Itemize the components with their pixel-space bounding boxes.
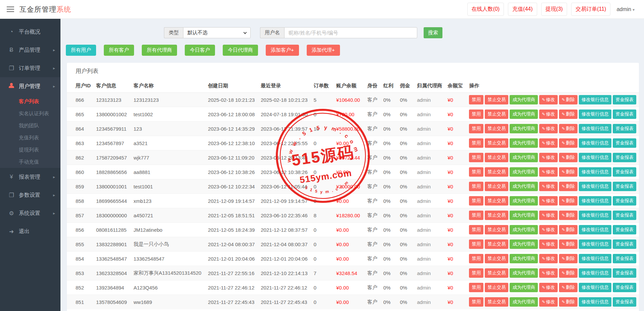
sidebar-item-recharge-list[interactable]: 充值列表	[0, 132, 60, 144]
edit-button[interactable]: ✎修改	[539, 167, 558, 177]
disable-button[interactable]: 禁用	[469, 153, 483, 162]
fund-report-button[interactable]: 资金报表	[613, 268, 636, 278]
disable-button[interactable]: 禁用	[469, 297, 483, 307]
disable-button[interactable]: 禁用	[469, 109, 483, 119]
edit-button[interactable]: ✎修改	[539, 283, 558, 292]
sidebar-item-logout[interactable]: ➜退出	[0, 222, 60, 240]
make-agent-button[interactable]: 成为代理商	[510, 124, 538, 133]
delete-button[interactable]: ✎删除	[559, 138, 577, 148]
delete-button[interactable]: ✎删除	[559, 153, 577, 162]
edit-button[interactable]: ✎修改	[539, 239, 558, 249]
all-users-button[interactable]: 所有用户	[66, 45, 96, 56]
fund-report-button[interactable]: 资金报表	[613, 225, 636, 234]
fund-report-button[interactable]: 资金报表	[613, 109, 636, 119]
edit-bank-button[interactable]: 修改银行信息	[579, 95, 611, 104]
forbid-trade-button[interactable]: 禁止交易	[485, 109, 508, 119]
edit-bank-button[interactable]: 修改银行信息	[579, 138, 611, 148]
forbid-trade-button[interactable]: 禁止交易	[485, 95, 508, 104]
fund-report-button[interactable]: 资金报表	[613, 95, 636, 104]
forbid-trade-button[interactable]: 禁止交易	[485, 297, 508, 307]
forbid-trade-button[interactable]: 禁止交易	[485, 138, 508, 148]
edit-bank-button[interactable]: 修改银行信息	[579, 109, 611, 119]
today-agents-button[interactable]: 今日代理商	[223, 45, 258, 56]
make-agent-button[interactable]: 成为代理商	[510, 254, 538, 263]
edit-bank-button[interactable]: 修改银行信息	[579, 254, 611, 263]
fund-report-button[interactable]: 资金报表	[613, 153, 636, 162]
disable-button[interactable]: 禁用	[469, 182, 483, 191]
forbid-trade-button[interactable]: 禁止交易	[485, 167, 508, 177]
fund-report-button[interactable]: 资金报表	[613, 283, 636, 292]
fund-report-button[interactable]: 资金报表	[613, 297, 636, 307]
delete-button[interactable]: ✎删除	[559, 124, 577, 133]
forbid-trade-button[interactable]: 禁止交易	[485, 153, 508, 162]
delete-button[interactable]: ✎删除	[559, 268, 577, 278]
forbid-trade-button[interactable]: 禁止交易	[485, 211, 508, 220]
edit-bank-button[interactable]: 修改银行信息	[579, 124, 611, 133]
delete-button[interactable]: ✎删除	[559, 254, 577, 263]
edit-button[interactable]: ✎修改	[539, 153, 558, 162]
username-input[interactable]	[284, 27, 417, 38]
edit-button[interactable]: ✎修改	[539, 225, 558, 234]
edit-bank-button[interactable]: 修改银行信息	[579, 268, 611, 278]
edit-button[interactable]: ✎修改	[539, 268, 558, 278]
edit-button[interactable]: ✎修改	[539, 138, 558, 148]
make-agent-button[interactable]: 成为代理商	[510, 167, 538, 177]
sidebar-item-reports[interactable]: ¥报表管理▸	[0, 168, 60, 186]
fund-report-button[interactable]: 资金报表	[613, 182, 636, 191]
sidebar-item-overview[interactable]: ◔平台概况	[0, 23, 60, 41]
disable-button[interactable]: 禁用	[469, 196, 483, 206]
make-agent-button[interactable]: 成为代理商	[510, 283, 538, 292]
type-select[interactable]: 默认不选	[183, 27, 251, 38]
header-link-online-users[interactable]: 在线人数(0)	[467, 3, 504, 16]
disable-button[interactable]: 禁用	[469, 211, 483, 220]
fund-report-button[interactable]: 资金报表	[613, 124, 636, 133]
make-agent-button[interactable]: 成为代理商	[510, 138, 538, 148]
delete-button[interactable]: ✎删除	[559, 211, 577, 220]
sidebar-item-realname-list[interactable]: 实名认证列表	[0, 107, 60, 120]
fund-report-button[interactable]: 资金报表	[613, 196, 636, 206]
edit-button[interactable]: ✎修改	[539, 297, 558, 307]
header-link-recharge[interactable]: 充值(44)	[508, 3, 537, 16]
disable-button[interactable]: 禁用	[469, 254, 483, 263]
edit-button[interactable]: ✎修改	[539, 211, 558, 220]
sidebar-item-users[interactable]: 用户管理▸	[0, 77, 60, 95]
disable-button[interactable]: 禁用	[469, 138, 483, 148]
edit-button[interactable]: ✎修改	[539, 95, 558, 104]
delete-button[interactable]: ✎删除	[559, 225, 577, 234]
header-link-withdraw[interactable]: 提现(3)	[541, 3, 567, 16]
make-agent-button[interactable]: 成为代理商	[510, 153, 538, 162]
sidebar-item-system[interactable]: ⚙系统设置▸	[0, 204, 60, 222]
edit-bank-button[interactable]: 修改银行信息	[579, 182, 611, 191]
disable-button[interactable]: 禁用	[469, 95, 483, 104]
edit-bank-button[interactable]: 修改银行信息	[579, 225, 611, 234]
make-agent-button[interactable]: 成为代理商	[510, 196, 538, 206]
edit-button[interactable]: ✎修改	[539, 124, 558, 133]
sidebar-item-orders[interactable]: ❐订单管理▸	[0, 59, 60, 77]
fund-report-button[interactable]: 资金报表	[613, 254, 636, 263]
disable-button[interactable]: 禁用	[469, 124, 483, 133]
delete-button[interactable]: ✎删除	[559, 283, 577, 292]
sidebar-item-withdraw-list[interactable]: 提现列表	[0, 144, 60, 156]
edit-bank-button[interactable]: 修改银行信息	[579, 239, 611, 249]
make-agent-button[interactable]: 成为代理商	[510, 211, 538, 220]
delete-button[interactable]: ✎删除	[559, 182, 577, 191]
forbid-trade-button[interactable]: 禁止交易	[485, 268, 508, 278]
fund-report-button[interactable]: 资金报表	[613, 167, 636, 177]
edit-button[interactable]: ✎修改	[539, 254, 558, 263]
disable-button[interactable]: 禁用	[469, 167, 483, 177]
fund-report-button[interactable]: 资金报表	[613, 211, 636, 220]
forbid-trade-button[interactable]: 禁止交易	[485, 124, 508, 133]
delete-button[interactable]: ✎删除	[559, 167, 577, 177]
edit-bank-button[interactable]: 修改银行信息	[579, 167, 611, 177]
edit-bank-button[interactable]: 修改银行信息	[579, 196, 611, 206]
add-agent-button[interactable]: 添加代理+	[307, 45, 340, 56]
forbid-trade-button[interactable]: 禁止交易	[485, 254, 508, 263]
make-agent-button[interactable]: 成为代理商	[510, 297, 538, 307]
edit-button[interactable]: ✎修改	[539, 182, 558, 191]
edit-bank-button[interactable]: 修改银行信息	[579, 297, 611, 307]
forbid-trade-button[interactable]: 禁止交易	[485, 225, 508, 234]
sidebar-item-my-team[interactable]: 我的团队	[0, 120, 60, 132]
forbid-trade-button[interactable]: 禁止交易	[485, 196, 508, 206]
disable-button[interactable]: 禁用	[469, 283, 483, 292]
forbid-trade-button[interactable]: 禁止交易	[485, 182, 508, 191]
